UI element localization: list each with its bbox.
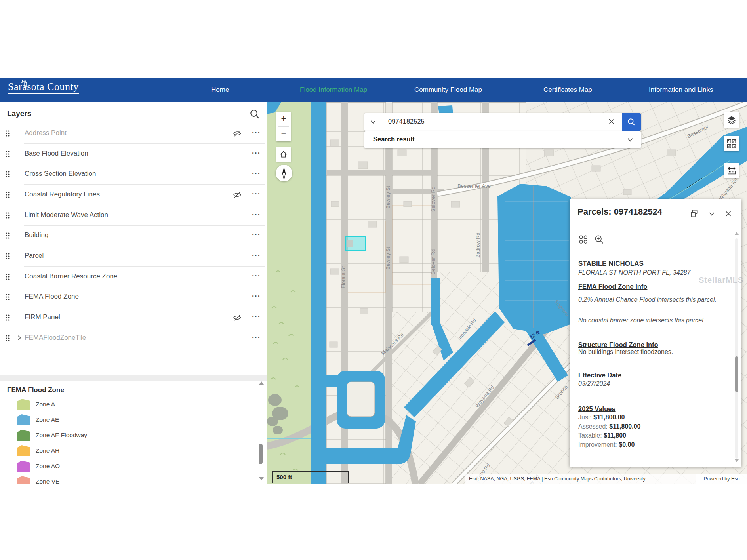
drag-handle-icon[interactable] [5,171,10,178]
layer-options-button[interactable]: ··· [250,209,262,221]
legend-label: Zone AO [36,463,60,470]
layers-search-icon[interactable] [250,109,260,119]
search-button[interactable] [622,113,641,131]
collapse-chevron-icon[interactable] [708,209,717,218]
visibility-hidden-icon[interactable] [233,130,242,137]
dock-icon[interactable] [690,209,699,218]
street-label: Florala St [340,266,346,288]
layer-options-button[interactable]: ··· [250,250,262,261]
layer-options-button[interactable]: ··· [250,270,262,282]
zone-ae-floodway-swatch [17,430,30,441]
effective-date-value: 03/27/2024 [578,379,725,389]
zoom-to-icon[interactable] [594,234,604,245]
layer-options-button[interactable]: ··· [250,147,262,159]
legend-scrollbar[interactable] [259,444,263,464]
layer-options-button[interactable]: ··· [250,188,262,200]
layer-label: FIRM Panel [25,313,60,321]
drag-handle-icon[interactable] [5,130,10,137]
zone-ah-swatch [17,445,30,456]
popup-scrollbar[interactable] [735,356,738,392]
layer-row-address-point[interactable]: Address Point ··· [0,123,267,144]
legend-item-zone-ae: Zone AE [0,412,267,428]
layer-list-tool-button[interactable] [724,112,739,128]
street-label: Bessemer Ave [457,183,491,189]
layer-row-limit-moderate-wave-action[interactable]: Limit Moderate Wave Action ··· [0,205,267,226]
layer-row-femafloodzonetile[interactable]: FEMAFloodZoneTile ··· [0,328,267,349]
layer-label: Parcel [25,252,44,260]
legend-title: FEMA Flood Zone [7,386,64,394]
parcel-popup: Parcels: 0974182524 STABILE [570,199,741,467]
scale-label: 500 ft [276,474,292,480]
chevron-down-icon [627,136,634,143]
nav-item-information-and-links[interactable]: Information and Links [649,78,713,102]
layer-row-parcel[interactable]: Parcel ··· [0,246,267,267]
search-input[interactable]: 0974182525 [388,118,425,125]
powered-by-esri[interactable]: Powered by Esri [696,474,747,484]
drag-handle-icon[interactable] [5,335,10,342]
brand-logo[interactable]: Sarasota County [8,81,79,93]
layer-options-button[interactable]: ··· [250,311,262,323]
layer-label: Address Point [25,129,67,137]
close-icon[interactable] [725,209,734,218]
compass-button[interactable] [276,165,292,181]
layer-row-coastal-regulatory-lines[interactable]: Coastal Regulatory Lines ··· [0,185,267,205]
drag-handle-icon[interactable] [5,314,10,321]
layer-options-button[interactable]: ··· [250,229,262,241]
layer-row-coastal-barrier-resource-zone[interactable]: Coastal Barrier Resource Zone ··· [0,267,267,287]
parcel-owner: STABILE NICHOLAS [578,260,725,268]
basemap-gallery-button[interactable] [724,136,739,151]
layer-label: FEMA Flood Zone [25,293,79,301]
legend-item-zone-ve: Zone VE [0,474,267,484]
layer-label: Cross Section Elevation [25,170,96,178]
search-result-dropdown[interactable]: Search result [364,131,641,148]
popup-content: STABILE NICHOLAS FLORALA ST NORTH PORT F… [578,258,725,449]
legend-panel: FEMA Flood Zone Zone A Zone AE Zone AE F… [0,381,267,484]
zoom-in-button[interactable]: + [276,112,291,126]
legend-label: Zone VE [36,478,59,484]
drag-handle-icon[interactable] [5,191,10,198]
related-records-icon[interactable] [578,234,589,245]
values-heading: 2025 Values [578,405,725,413]
street-label: Selover Rd [430,187,436,212]
zoom-out-button[interactable]: − [276,127,291,141]
legend-item-zone-ah: Zone AH [0,443,267,459]
effective-date-heading: Effective Date [578,371,725,379]
nav-item-certificates-map[interactable]: Certificates Map [543,78,592,102]
layer-row-base-flood-elevation[interactable]: Base Flood Elevation ··· [0,144,267,164]
home-extent-button[interactable] [276,147,291,162]
layer-row-cross-section-elevation[interactable]: Cross Section Elevation ··· [0,164,267,185]
layer-options-button[interactable]: ··· [250,290,262,302]
measure-tool-button[interactable] [724,163,739,178]
popup-scroll-down-icon[interactable] [735,459,739,462]
drag-handle-icon[interactable] [5,212,10,219]
layer-options-button[interactable]: ··· [250,331,262,343]
layer-options-button[interactable]: ··· [250,127,262,139]
chevron-right-icon[interactable] [17,335,22,341]
nav-item-flood-information-map[interactable]: Flood Information Map [300,78,367,102]
legend-scroll-up-icon[interactable] [259,381,264,385]
drag-handle-icon[interactable] [5,293,10,301]
value-row-improvement: Improvement: $0.00 [578,440,725,449]
drag-handle-icon[interactable] [5,273,10,280]
legend-scroll-down-icon[interactable] [259,477,264,480]
search-source-dropdown[interactable] [364,113,382,131]
nav-item-home[interactable]: Home [211,78,229,102]
visibility-hidden-icon[interactable] [233,191,242,199]
layer-row-firm-panel[interactable]: FIRM Panel ··· [0,307,267,328]
county-seal-icon [19,78,29,88]
layer-label: Coastal Regulatory Lines [25,190,100,198]
layers-panel-title: Layers [7,109,31,118]
layer-options-button[interactable]: ··· [250,168,262,179]
zone-a-swatch [17,399,30,410]
nav-item-community-flood-map[interactable]: Community Flood Map [414,78,482,102]
layer-row-fema-flood-zone[interactable]: FEMA Flood Zone ··· [0,287,267,307]
drag-handle-icon[interactable] [5,150,10,158]
popup-scroll-up-icon[interactable] [735,232,739,235]
drag-handle-icon[interactable] [5,253,10,260]
visibility-hidden-icon[interactable] [233,314,242,322]
clear-search-icon[interactable] [608,118,616,126]
layer-label: FEMAFloodZoneTile [25,334,86,342]
layer-row-building[interactable]: Building ··· [0,225,267,246]
drag-handle-icon[interactable] [5,232,10,239]
legend-label: Zone AH [36,447,59,454]
